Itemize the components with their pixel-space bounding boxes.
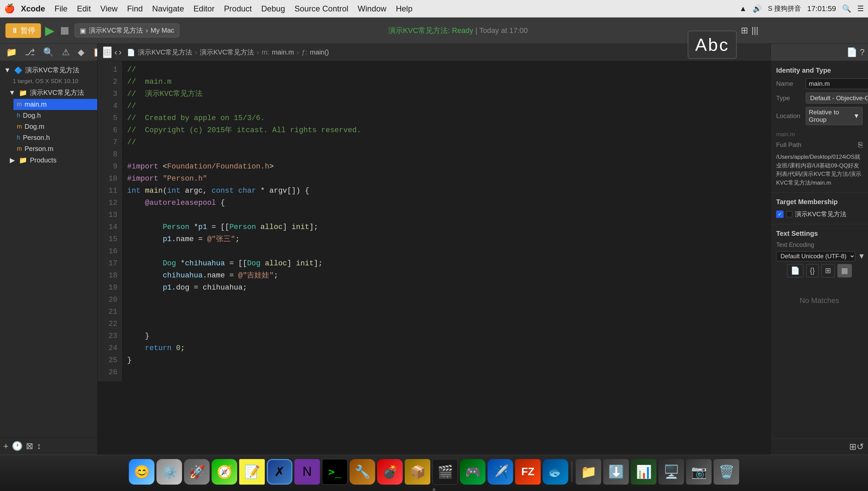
system-prefs-icon: ⚙️ xyxy=(162,464,177,479)
code-line-14: Person *p1 = [[Person alloc] init]; xyxy=(127,221,765,233)
dock-terminal[interactable]: >_ xyxy=(322,459,347,485)
dock-stickies[interactable]: 📝 xyxy=(239,459,265,485)
breadcrumb-item-3[interactable]: main() xyxy=(310,49,329,56)
list-icon[interactable]: ☰ xyxy=(857,4,864,13)
dock-safari[interactable]: 🧭 xyxy=(212,459,237,485)
format-icon-code[interactable]: {} xyxy=(806,264,818,278)
line-num-8: 8 xyxy=(97,149,117,161)
view-toggle-button[interactable]: ⊞ xyxy=(741,25,748,36)
inspector-grid-btn[interactable]: ⊞ xyxy=(849,441,857,452)
pause-button[interactable]: ⏸ 暂停 xyxy=(5,23,41,38)
dock-finder[interactable]: 😊 xyxy=(129,459,155,485)
apple-menu[interactable]: 🍎 xyxy=(4,3,15,14)
line-num-7: 7 xyxy=(97,137,117,149)
name-input[interactable] xyxy=(806,78,868,89)
add-file-button[interactable]: + xyxy=(3,441,8,451)
stats-icon: 📊 xyxy=(636,464,652,479)
format-icon-table[interactable]: ▦ xyxy=(837,264,852,278)
menu-xcode[interactable]: Xcode xyxy=(21,4,45,13)
dock-onenote[interactable]: N xyxy=(295,459,320,485)
target-checkbox[interactable]: ✓ xyxy=(776,210,784,218)
dock-system-prefs[interactable]: ⚙️ xyxy=(157,459,182,485)
text-encoding-value-row: Default Unicode (UTF-8) ▼ xyxy=(776,251,863,261)
dock-package[interactable]: 📦 xyxy=(405,459,430,485)
menu-window[interactable]: Window xyxy=(358,4,386,13)
sidebar-item-dog-m[interactable]: m Dog.m xyxy=(13,121,97,132)
onenote-icon: N xyxy=(303,464,311,479)
breadcrumb-bar: ⊞ ‹ › 📄 演示KVC常见方法 › 演示KVC常见方法 › m: main.… xyxy=(97,44,771,61)
breadcrumb-back-button[interactable]: ‹ xyxy=(114,47,117,58)
dock-launchpad[interactable]: 🚀 xyxy=(184,459,209,485)
dock-ftp[interactable]: FZ xyxy=(515,459,541,485)
menu-find[interactable]: Find xyxy=(127,4,143,13)
breadcrumb-item-2[interactable]: main.m xyxy=(272,49,294,56)
sidebar-item-person-h[interactable]: h Person.h xyxy=(13,132,97,143)
inspector-refresh-btn[interactable]: ↺ xyxy=(857,441,864,452)
breadcrumb-forward-button[interactable]: › xyxy=(119,47,122,58)
menu-product[interactable]: Product xyxy=(224,4,252,13)
stop-button[interactable]: ⏹ xyxy=(59,24,71,38)
sidebar-item-project[interactable]: ▼ 🔷 演示KVC常见方法 xyxy=(0,64,97,76)
sidebar-item-main-m[interactable]: m main.m xyxy=(13,99,97,110)
inspector-file-btn[interactable]: 📄 xyxy=(846,47,857,58)
run-button[interactable]: ▶ xyxy=(45,24,55,38)
breadcrumb-item-1[interactable]: 演示KVC常见方法 xyxy=(200,48,254,57)
menu-help[interactable]: Help xyxy=(396,4,413,13)
dock-monitor[interactable]: 🖥️ xyxy=(659,459,684,485)
folder-icon-btn[interactable]: 📁 xyxy=(3,46,20,59)
dock-aquatic[interactable]: 🐟 xyxy=(543,459,568,485)
dock-downloads[interactable]: ⬇️ xyxy=(603,459,629,485)
sidebar-item-products[interactable]: ▶ 📁 Products xyxy=(5,154,97,166)
dock-devtools[interactable]: 🔧 xyxy=(349,459,375,485)
location-select[interactable]: Relative to Group ▼ xyxy=(806,107,863,125)
line-num-24: 24 xyxy=(97,342,117,354)
search-icon[interactable]: 🔍 xyxy=(842,4,851,13)
dock-app1[interactable]: 💣 xyxy=(377,459,403,485)
format-icon-doc[interactable]: 📄 xyxy=(787,264,804,278)
report-icon-btn[interactable]: 📋 xyxy=(90,46,97,59)
menu-navigate[interactable]: Navigate xyxy=(152,4,184,13)
device-name: My Mac xyxy=(151,27,174,34)
breakpoint-icon-btn[interactable]: ◆ xyxy=(75,46,87,59)
dock-travel[interactable]: ✈️ xyxy=(487,459,513,485)
dock-trash[interactable]: 🗑️ xyxy=(713,459,739,485)
menu-file[interactable]: File xyxy=(55,4,67,13)
inspector-help-btn[interactable]: ? xyxy=(860,47,865,58)
sidebar-item-group[interactable]: ▼ 📁 演示KVC常见方法 xyxy=(5,86,97,99)
dock-movie[interactable]: 🎬 xyxy=(432,459,458,485)
search-sidebar-btn[interactable]: 🔍 xyxy=(40,46,57,59)
dock-stats[interactable]: 📊 xyxy=(631,459,656,485)
breadcrumb-item-0[interactable]: 演示KVC常见方法 xyxy=(138,48,192,57)
input-method[interactable]: S 搜狗拼音 xyxy=(768,4,801,13)
menu-source-control[interactable]: Source Control xyxy=(295,4,348,13)
text-encoding-arrow[interactable]: ▼ xyxy=(858,252,865,261)
dock-photo[interactable]: 📷 xyxy=(686,459,711,485)
inspector-type-row: Type Default - Objective-C So... xyxy=(776,92,863,104)
code-editor[interactable]: 1 2 3 4 5 6 7 8 9 10 11 12 13 14 xyxy=(97,61,771,455)
dock-game[interactable]: 🎮 xyxy=(460,459,485,485)
sidebar-item-person-m[interactable]: m Person.m xyxy=(13,143,97,154)
dock-folder1[interactable]: 📁 xyxy=(576,459,601,485)
folder1-icon: 📁 xyxy=(581,464,596,479)
menu-view[interactable]: View xyxy=(100,4,118,13)
target-checkbox-row: ✓ 演示KVC常见方法 xyxy=(776,210,863,219)
clock-icon-btn[interactable]: 🕐 xyxy=(12,441,23,451)
fullpath-copy-btn[interactable]: ⎘ xyxy=(858,141,863,149)
format-icon-grid[interactable]: ⊞ xyxy=(821,264,835,278)
sort-icon-btn[interactable]: ↕ xyxy=(37,441,41,451)
code-line-10: #import "Person.h" xyxy=(127,173,765,185)
layout-button[interactable]: ||| xyxy=(752,25,758,36)
menu-editor[interactable]: Editor xyxy=(193,4,215,13)
git-icon-btn[interactable]: ⎇ xyxy=(22,46,38,59)
menu-edit[interactable]: Edit xyxy=(77,4,91,13)
warning-icon-btn[interactable]: ⚠ xyxy=(59,46,72,59)
text-encoding-select[interactable]: Default Unicode (UTF-8) xyxy=(776,251,855,261)
sidebar-item-dog-h[interactable]: h Dog.h xyxy=(13,110,97,121)
dock-xcode[interactable]: ✗ xyxy=(267,459,292,485)
split-view-button[interactable]: ⊞ xyxy=(103,47,112,58)
scheme-selector[interactable]: ▣ 演示KVC常见方法 › My Mac xyxy=(75,24,179,37)
menu-debug[interactable]: Debug xyxy=(261,4,285,13)
text-encoding-label: Text Encoding xyxy=(776,241,814,249)
type-select[interactable]: Default - Objective-C So... xyxy=(806,92,868,104)
filter-icon-btn[interactable]: ⊠ xyxy=(26,441,33,451)
